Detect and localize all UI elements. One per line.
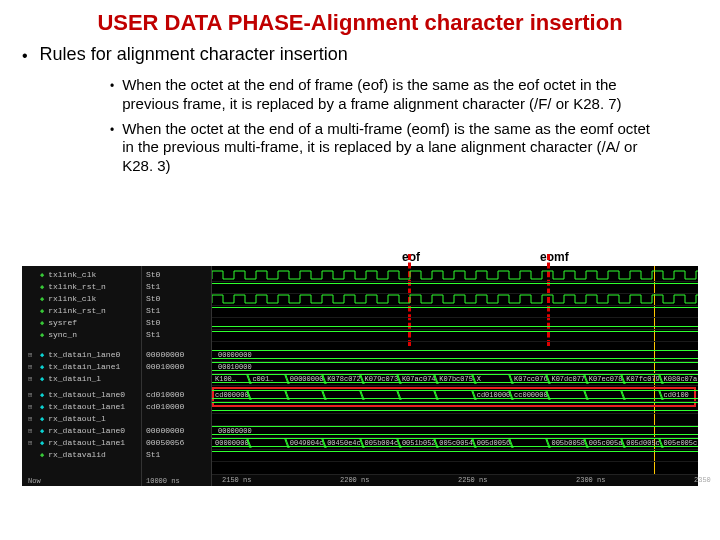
- timescale-tick: 2200 ns: [340, 476, 369, 484]
- signal-name: ◆rxlink_clk: [28, 294, 96, 303]
- signal-name: ⊞◆tx_datain_lane0: [28, 350, 120, 359]
- bus-cell-text: cc000000: [514, 391, 548, 399]
- signal-value: St1: [146, 330, 160, 339]
- bullet-dot: •: [110, 76, 114, 114]
- bus-wave: 00010000: [212, 362, 698, 371]
- bus-cell-text: c001…: [252, 375, 273, 383]
- signal-value: St1: [146, 306, 160, 315]
- bus-cell-text: K07dc077: [551, 375, 585, 383]
- bus-cell-text: cd000000: [215, 391, 249, 399]
- signal-value: St0: [146, 294, 160, 303]
- bus-cell-text: K07bc075: [439, 375, 473, 383]
- signal-name: ⊞◆rx_dataout_l: [28, 414, 106, 423]
- timescale-tick: 2250 ns: [458, 476, 487, 484]
- bus-cell-text: K07fc079: [626, 375, 660, 383]
- signal-value: 00050056: [146, 438, 184, 447]
- footer-now-value: 10000 ns: [146, 477, 180, 485]
- bullet-main-text: Rules for alignment character insertion: [40, 44, 348, 68]
- wave-hi: [212, 307, 698, 308]
- wave-lo: [212, 326, 698, 327]
- waveform-viewer: ◆txlink_clk◆txlink_rst_n◆rxlink_clk◆rxli…: [22, 266, 698, 486]
- timescale-tick: 2350: [694, 476, 711, 484]
- sub-bullet-2-text: When the octet at the end of a multi-fra…: [122, 120, 660, 176]
- bus-cell-text: 0051b052: [402, 439, 436, 447]
- bus-cell-text: 005b004c: [365, 439, 399, 447]
- annotation-eomf: eomf: [540, 250, 569, 264]
- bus-cell-text: 005c0054: [439, 439, 473, 447]
- bus-cell-text: K07ac074: [402, 375, 436, 383]
- bus-cell-text: 005b0058: [551, 439, 585, 447]
- wave-hi: [212, 283, 698, 284]
- bus-wave: 00000000: [212, 350, 698, 359]
- signal-name: ⊞◆tx_datain_lane1: [28, 362, 120, 371]
- signal-value: St0: [146, 270, 160, 279]
- bus-wave: K100…c001…00000000K078c072K079c073K07ac0…: [212, 374, 698, 383]
- signal-name: ◆sysref: [28, 318, 77, 327]
- signal-name: ◆txlink_clk: [28, 270, 96, 279]
- signal-name: ⊞◆rx_dataout_lane0: [28, 426, 125, 435]
- signal-value: 00010000: [146, 362, 184, 371]
- signal-name: ◆rx_datavalid: [28, 450, 106, 459]
- waveform-plot: 0000000000010000K100…c001…00000000K078c0…: [212, 266, 698, 486]
- sub-bullet-1: • When the octet at the end of frame (eo…: [110, 76, 660, 114]
- bus-cell-text: 005e005c: [664, 439, 698, 447]
- bus-wave: 000000000049004c00450e4c005b004c0051b052…: [212, 438, 698, 447]
- signal-value: St0: [146, 318, 160, 327]
- bullet-dot: •: [22, 44, 28, 68]
- annotation-eof: eof: [402, 250, 420, 264]
- bus-cell-text: 005c005a: [589, 439, 623, 447]
- sub-bullet-1-text: When the octet at the end of frame (eof)…: [122, 76, 660, 114]
- sub-bullets: • When the octet at the end of frame (eo…: [0, 76, 720, 176]
- timescale-ruler: 2150 ns2200 ns2250 ns2300 ns2350: [212, 474, 698, 486]
- wave-hi: [212, 451, 698, 452]
- sub-bullet-2: • When the octet at the end of a multi-f…: [110, 120, 660, 176]
- bus-cell-text: K07ec078: [589, 375, 623, 383]
- bus-cell-text: 0049004c: [290, 439, 324, 447]
- footer-now-label: Now: [28, 477, 41, 485]
- bus-cell-text: K080c07a: [664, 375, 698, 383]
- bus-cell-text: 005d0056: [477, 439, 511, 447]
- bus-cell-text: K07cc076: [514, 375, 548, 383]
- signal-name: ◆sync_n: [28, 330, 77, 339]
- bus-wave: 00000000: [212, 426, 698, 435]
- signal-name: ⊞◆tx_dataout_lane0: [28, 390, 125, 399]
- signal-names-column: ◆txlink_clk◆txlink_rst_n◆rxlink_clk◆rxli…: [22, 266, 142, 486]
- bus-cell-text: 00000000: [215, 439, 249, 447]
- bus-cell-text: K078c072: [327, 375, 361, 383]
- bullet-dot: •: [110, 120, 114, 176]
- signal-value: St1: [146, 450, 160, 459]
- bullet-main: • Rules for alignment character insertio…: [0, 42, 720, 76]
- signal-name: ⊞◆tx_dataout_lane1: [28, 402, 125, 411]
- signal-value: 00000000: [146, 350, 184, 359]
- signal-name: ◆rxlink_rst_n: [28, 306, 106, 315]
- bus-cell-text: X: [477, 375, 481, 383]
- bus-cell-text: K079c073: [365, 375, 399, 383]
- bus-cell-text: cd010000: [477, 391, 511, 399]
- timescale-tick: 2300 ns: [576, 476, 605, 484]
- signal-value: 00000000: [146, 426, 184, 435]
- bus-wave: cd000000cd010000cc000000cd0100: [212, 390, 698, 399]
- timescale-tick: 2150 ns: [222, 476, 251, 484]
- wave-hi: [212, 331, 698, 332]
- bus-cell-text: 00450e4c: [327, 439, 361, 447]
- signal-name: ⊞◆rx_dataout_lane1: [28, 438, 125, 447]
- bus-cell-text: 00000000: [290, 375, 324, 383]
- bus-cell-text: 005d005c: [626, 439, 660, 447]
- bus-wave: [212, 402, 698, 411]
- signal-name: ⊞◆tx_datain_l: [28, 374, 101, 383]
- signal-value: cd010000: [146, 402, 184, 411]
- signal-value: St1: [146, 282, 160, 291]
- bus-cell-text: cd0100: [664, 391, 689, 399]
- slide-title: USER DATA PHASE-Alignment character inse…: [0, 0, 720, 42]
- signal-name: ◆txlink_rst_n: [28, 282, 106, 291]
- signal-values-column: St0St1St0St1St0St10000000000010000cd0100…: [142, 266, 212, 486]
- bus-cell-text: K100…: [215, 375, 236, 383]
- signal-value: cd010000: [146, 390, 184, 399]
